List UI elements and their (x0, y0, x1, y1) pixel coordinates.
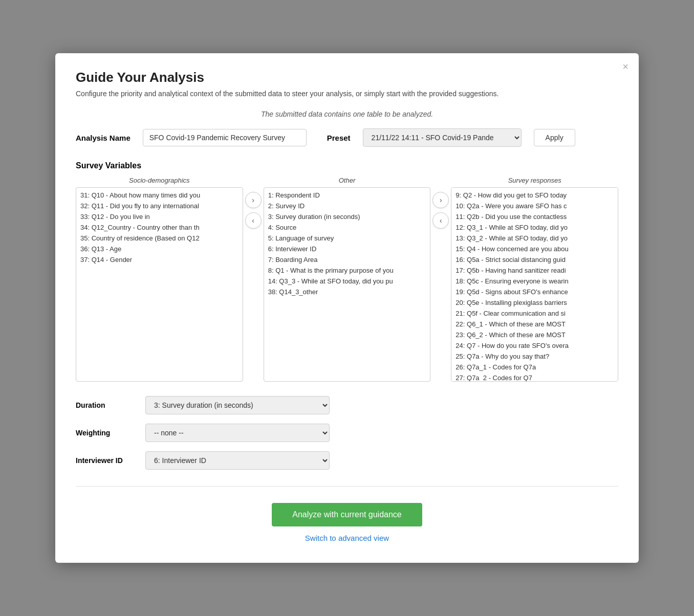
bottom-area: Analyze with current guidance Switch to … (76, 486, 618, 542)
other-header: Other (264, 177, 431, 184)
other-column: Other 1: Respondent ID2: Survey ID3: Sur… (264, 177, 431, 382)
move-right-2-button[interactable]: › (432, 192, 449, 208)
weighting-label: Weighting (76, 429, 137, 437)
interviewer-id-select[interactable]: 6: Interviewer ID (145, 451, 330, 470)
analysis-name-input[interactable] (143, 129, 307, 146)
survey-responses-list[interactable]: 9: Q2 - How did you get to SFO today10: … (451, 187, 618, 382)
duration-row: Duration 3: Survey duration (in seconds) (76, 396, 618, 414)
weighting-row: Weighting -- none -- (76, 424, 618, 442)
list-item[interactable]: 34: Q12_Country - Country other than th (76, 222, 243, 233)
move-right-1-button[interactable]: › (245, 192, 262, 208)
arrow-col-2: › ‹ (430, 177, 451, 229)
list-item[interactable]: 22: Q6_1 - Which of these are MOST (451, 319, 618, 329)
arrow-col-1: › ‹ (243, 177, 264, 229)
list-item[interactable]: 17: Q5b - Having hand sanitizer readi (451, 265, 618, 276)
socio-demographics-column: Socio-demographics 31: Q10 - About how m… (76, 177, 243, 382)
list-item[interactable]: 12: Q3_1 - While at SFO today, did yo (451, 222, 618, 233)
socio-demographics-header: Socio-demographics (76, 177, 243, 184)
data-info-text: The submitted data contains one table to… (76, 110, 618, 118)
list-item[interactable]: 9: Q2 - How did you get to SFO today (451, 190, 618, 201)
weighting-select[interactable]: -- none -- (145, 424, 330, 442)
list-item[interactable]: 3: Survey duration (in seconds) (264, 211, 430, 222)
survey-variables-title: Survey Variables (76, 161, 618, 170)
close-button[interactable]: × (622, 61, 628, 72)
interviewer-id-row: Interviewer ID 6: Interviewer ID (76, 451, 618, 470)
list-item[interactable]: 16: Q5a - Strict social distancing guid (451, 254, 618, 265)
survey-responses-header: Survey responses (451, 177, 618, 184)
modal-subtitle: Configure the priority and analytical co… (76, 90, 618, 98)
analysis-name-label: Analysis Name (76, 134, 131, 142)
analyze-button[interactable]: Analyze with current guidance (272, 503, 422, 526)
list-item[interactable]: 25: Q7a - Why do you say that? (451, 351, 618, 362)
list-item[interactable]: 8: Q1 - What is the primary purpose of y… (264, 265, 430, 276)
list-item[interactable]: 15: Q4 - How concerned are you abou (451, 244, 618, 254)
list-item[interactable]: 20: Q5e - Installing plexiglass barriers (451, 297, 618, 308)
list-item[interactable]: 6: Interviewer ID (264, 244, 430, 254)
list-item[interactable]: 18: Q5c - Ensuring everyone is wearin (451, 276, 618, 287)
list-item[interactable]: 14: Q3_3 - While at SFO today, did you p… (264, 276, 430, 287)
list-item[interactable]: 11: Q2b - Did you use the contactless (451, 211, 618, 222)
move-left-1-button[interactable]: ‹ (245, 212, 262, 229)
duration-label: Duration (76, 401, 137, 409)
list-item[interactable]: 38: Q14_3_other (264, 287, 430, 297)
list-item[interactable]: 4: Source (264, 222, 430, 233)
list-item[interactable]: 2: Survey ID (264, 201, 430, 211)
preset-select[interactable]: 21/11/22 14:11 - SFO Covid-19 Pande (363, 128, 522, 147)
other-list[interactable]: 1: Respondent ID2: Survey ID3: Survey du… (264, 187, 431, 382)
survey-responses-column: Survey responses 9: Q2 - How did you get… (451, 177, 618, 382)
list-item[interactable]: 21: Q5f - Clear communication and si (451, 308, 618, 319)
modal-title: Guide Your Analysis (76, 70, 618, 85)
interviewer-id-label: Interviewer ID (76, 456, 137, 465)
list-item[interactable]: 13: Q3_2 - While at SFO today, did yo (451, 233, 618, 244)
list-item[interactable]: 32: Q11 - Did you fly to any internation… (76, 201, 243, 211)
list-item[interactable]: 10: Q2a - Were you aware SFO has c (451, 201, 618, 211)
variables-area: Socio-demographics 31: Q10 - About how m… (76, 177, 618, 382)
list-item[interactable]: 1: Respondent ID (264, 190, 430, 201)
list-item[interactable]: 33: Q12 - Do you live in (76, 211, 243, 222)
list-item[interactable]: 27: Q7a_2 - Codes for Q7 (451, 372, 618, 382)
list-item[interactable]: 26: Q7a_1 - Codes for Q7a (451, 362, 618, 372)
list-item[interactable]: 35: Country of residence (Based on Q12 (76, 233, 243, 244)
guide-analysis-modal: × Guide Your Analysis Configure the prio… (55, 53, 639, 563)
move-left-2-button[interactable]: ‹ (432, 212, 449, 229)
list-item[interactable]: 36: Q13 - Age (76, 244, 243, 254)
list-item[interactable]: 23: Q6_2 - Which of these are MOST (451, 329, 618, 340)
duration-select[interactable]: 3: Survey duration (in seconds) (145, 396, 330, 414)
settings-area: Duration 3: Survey duration (in seconds)… (76, 396, 618, 470)
list-item[interactable]: 31: Q10 - About how many times did you (76, 190, 243, 201)
list-item[interactable]: 5: Language of survey (264, 233, 430, 244)
list-item[interactable]: 19: Q5d - Signs about SFO's enhance (451, 287, 618, 297)
list-item[interactable]: 24: Q7 - How do you rate SFO's overa (451, 340, 618, 351)
list-item[interactable]: 7: Boarding Area (264, 254, 430, 265)
list-item[interactable]: 37: Q14 - Gender (76, 254, 243, 265)
socio-demographics-list[interactable]: 31: Q10 - About how many times did you32… (76, 187, 243, 382)
preset-label: Preset (327, 134, 351, 142)
apply-button[interactable]: Apply (534, 129, 575, 146)
advanced-view-link[interactable]: Switch to advanced view (305, 534, 389, 542)
analysis-row: Analysis Name Preset 21/11/22 14:11 - SF… (76, 128, 618, 147)
